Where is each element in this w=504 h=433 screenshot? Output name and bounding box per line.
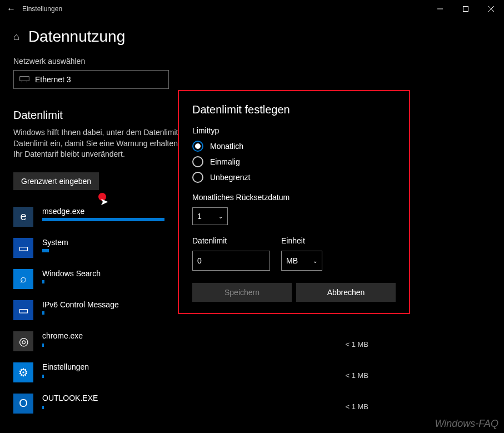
limit-type-radio[interactable]: Monatlich	[192, 141, 396, 152]
app-usage-text: < 1 MB	[345, 402, 491, 411]
unit-value: MB	[286, 256, 298, 265]
ethernet-icon	[19, 76, 29, 83]
app-usage-bar	[42, 311, 44, 315]
cursor-highlight	[98, 192, 107, 201]
unit-label: Einheit	[281, 236, 322, 245]
back-button[interactable]: ←	[7, 4, 22, 14]
page-header: ⌂ Datennutzung	[0, 18, 504, 51]
app-usage-bar	[42, 406, 44, 409]
chevron-down-icon: ⌄	[218, 213, 223, 220]
app-usage-bar	[42, 280, 44, 283]
page-title: Datennutzung	[28, 28, 125, 46]
radio-label: Monatlich	[210, 142, 243, 151]
limit-type-radio[interactable]: Unbegrenzt	[192, 172, 396, 183]
cancel-button[interactable]: Abbrechen	[296, 283, 396, 302]
app-row[interactable]: ◎chrome.exe< 1 MB	[13, 331, 491, 362]
app-name: chrome.exe	[42, 331, 491, 340]
limit-type-label: Limittyp	[192, 126, 396, 135]
reset-date-value: 1	[197, 212, 202, 221]
window-controls	[427, 0, 504, 18]
minimize-button[interactable]	[427, 0, 453, 18]
radio-label: Unbegrenzt	[210, 173, 250, 182]
enter-limit-button[interactable]: Grenzwert eingeben	[13, 172, 99, 190]
limit-type-radio[interactable]: Einmalig	[192, 156, 396, 167]
chevron-down-icon: ⌄	[313, 258, 317, 264]
app-icon: ▭	[13, 300, 33, 320]
radio-icon	[192, 172, 203, 183]
reset-date-label: Monatliches Rücksetzdatum	[192, 193, 396, 202]
app-icon: ⌕	[13, 269, 33, 289]
window-title: Einstellungen	[22, 5, 62, 13]
app-icon: e	[13, 207, 33, 227]
svg-rect-4	[20, 77, 29, 81]
reset-date-select[interactable]: 1 ⌄	[192, 207, 228, 225]
dialog-title: Datenlimit festlegen	[192, 103, 396, 116]
app-usage-bar	[42, 375, 44, 378]
app-usage-bar	[42, 344, 44, 347]
set-datalimit-dialog: Datenlimit festlegen Limittyp MonatlichE…	[178, 90, 410, 314]
app-icon: ▭	[13, 238, 33, 258]
app-icon: ⚙	[13, 362, 33, 382]
app-icon: ◎	[13, 331, 33, 351]
app-name: Einstellungen	[42, 362, 491, 371]
app-row[interactable]: OOUTLOOK.EXE< 1 MB	[13, 394, 491, 425]
maximize-button[interactable]	[453, 0, 478, 18]
app-usage-bar	[42, 218, 164, 221]
home-icon[interactable]: ⌂	[13, 31, 19, 43]
svg-rect-1	[463, 7, 468, 12]
app-usage-text: < 1 MB	[345, 340, 491, 349]
network-label: Netzwerk auswählen	[13, 57, 491, 66]
app-usage-bar	[42, 249, 49, 252]
radio-label: Einmalig	[210, 157, 240, 166]
radio-icon	[192, 141, 203, 152]
network-selected: Ethernet 3	[35, 75, 71, 84]
datalimit-input[interactable]	[192, 251, 270, 271]
datalimit-field-label: Datenlimit	[192, 236, 270, 245]
app-usage-text: < 1 MB	[345, 371, 491, 380]
watermark: Windows-FAQ	[435, 418, 498, 430]
app-name: OUTLOOK.EXE	[42, 394, 491, 402]
app-icon: O	[13, 394, 33, 414]
close-button[interactable]	[478, 0, 504, 18]
network-select[interactable]: Ethernet 3	[13, 70, 169, 89]
radio-icon	[192, 156, 203, 167]
save-button[interactable]: Speichern	[192, 283, 292, 302]
app-row[interactable]: ⚙Einstellungen< 1 MB	[13, 362, 491, 394]
unit-select[interactable]: MB ⌄	[281, 251, 322, 271]
